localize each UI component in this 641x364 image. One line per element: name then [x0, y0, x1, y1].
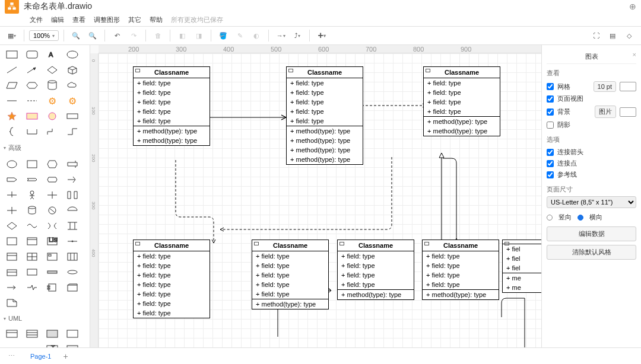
- adv-shape[interactable]: [23, 234, 42, 248]
- uml-class[interactable]: Classname + field: type+ field: type+ fi…: [337, 240, 414, 300]
- shape-line[interactable]: [2, 63, 21, 77]
- section-advanced[interactable]: ▾高级: [0, 141, 90, 155]
- adv-shape[interactable]: [2, 250, 21, 264]
- redo-icon[interactable]: ↷: [126, 28, 141, 43]
- adv-shape[interactable]: [63, 203, 82, 218]
- adv-shape[interactable]: [43, 250, 62, 264]
- adv-shape[interactable]: [23, 250, 42, 264]
- delete-icon[interactable]: 🗑: [151, 28, 165, 43]
- adv-shape[interactable]: [2, 188, 21, 202]
- canvas[interactable]: Classname + field: type+ field: type+ fi…: [99, 53, 541, 347]
- shape-dashed[interactable]: [23, 94, 42, 108]
- menu-help[interactable]: 帮助: [150, 15, 163, 24]
- adv-shape[interactable]: [63, 250, 82, 264]
- uml-shape[interactable]: [23, 327, 42, 341]
- shape-rect[interactable]: [2, 47, 21, 62]
- uml-shape[interactable]: [23, 342, 42, 347]
- shadow-icon[interactable]: ◐: [249, 28, 264, 43]
- adv-shape[interactable]: [2, 296, 21, 310]
- arrows-checkbox[interactable]: [547, 149, 554, 156]
- connection-icon[interactable]: →▾: [274, 28, 288, 43]
- shape-gear1[interactable]: ⚙: [43, 94, 62, 108]
- shape-elbow[interactable]: [63, 124, 82, 139]
- menu-adjust[interactable]: 调整图形: [94, 15, 120, 24]
- to-back-icon[interactable]: ◨: [192, 28, 206, 43]
- adv-shape[interactable]: [2, 203, 21, 218]
- shape-cube[interactable]: [63, 63, 82, 77]
- shape-hexagon[interactable]: [23, 78, 42, 92]
- adv-shape[interactable]: [23, 280, 42, 295]
- sidebar-toggle-icon[interactable]: ▦▾: [5, 28, 19, 43]
- language-icon[interactable]: ⊕: [629, 2, 636, 11]
- adv-shape[interactable]: [2, 265, 21, 279]
- uml-class[interactable]: Classname + field: type+ field: type+ fi…: [252, 240, 329, 309]
- adv-shape[interactable]: [63, 234, 82, 248]
- shape-cylinder[interactable]: [43, 78, 62, 92]
- fill-color-icon[interactable]: 🪣: [216, 28, 230, 43]
- uml-class[interactable]: Classname + field: type+ field: type+ fi…: [133, 66, 210, 146]
- uml-class[interactable]: Classname + field: type+ field: type+ fi…: [422, 240, 499, 300]
- close-icon[interactable]: ×: [633, 51, 636, 58]
- adv-shape[interactable]: [63, 219, 82, 233]
- zoom-select[interactable]: 100%▾: [29, 30, 59, 41]
- document-title[interactable]: 未命名表单.drawio: [24, 1, 92, 12]
- adv-shape[interactable]: [23, 157, 42, 171]
- adv-shape[interactable]: [2, 234, 21, 248]
- adv-shape[interactable]: [23, 203, 42, 218]
- adv-shape[interactable]: [23, 173, 42, 187]
- adv-shape[interactable]: [23, 265, 42, 279]
- adv-shape[interactable]: [43, 188, 62, 202]
- section-uml[interactable]: ▾UML: [0, 312, 90, 324]
- uml-shape[interactable]: [2, 342, 21, 347]
- uml-shape[interactable]: [2, 327, 21, 341]
- shape-databar[interactable]: [63, 109, 82, 123]
- bg-color-swatch[interactable]: [620, 107, 636, 117]
- uml-class[interactable]: Classname + field: type+ field: type+ fi…: [423, 66, 500, 136]
- uml-shape[interactable]: [63, 342, 82, 347]
- adv-shape[interactable]: [2, 173, 21, 187]
- edit-data-button[interactable]: 编辑数据: [547, 226, 636, 241]
- uml-shape[interactable]: [43, 327, 62, 341]
- adv-shape[interactable]: [63, 265, 82, 279]
- background-checkbox[interactable]: [547, 108, 554, 116]
- to-front-icon[interactable]: ◧: [175, 28, 189, 43]
- menu-view[interactable]: 查看: [72, 15, 85, 24]
- adv-shape[interactable]: [43, 219, 62, 233]
- insert-icon[interactable]: +▾: [315, 28, 329, 43]
- menu-edit[interactable]: 编辑: [51, 15, 64, 24]
- shape-curly[interactable]: [2, 124, 21, 139]
- shape-and[interactable]: [43, 109, 62, 123]
- shape-diamond[interactable]: [43, 63, 62, 77]
- shape-gear2[interactable]: ⚙: [63, 94, 82, 108]
- shadow-checkbox[interactable]: [547, 122, 554, 129]
- adv-shape[interactable]: [2, 157, 21, 171]
- portrait-radio[interactable]: [547, 215, 553, 221]
- adv-shape[interactable]: [63, 280, 82, 295]
- paper-size-select[interactable]: US-Letter (8,5" x 11"): [547, 196, 636, 208]
- adv-shape[interactable]: [43, 157, 62, 171]
- grid-color-swatch[interactable]: [620, 82, 636, 91]
- fullscreen-icon[interactable]: ⛶: [589, 28, 603, 43]
- adv-shape[interactable]: [63, 157, 82, 171]
- adv-shape[interactable]: [23, 188, 42, 202]
- adv-shape[interactable]: List: [43, 234, 62, 248]
- menu-other[interactable]: 其它: [128, 15, 141, 24]
- adv-shape[interactable]: [43, 265, 62, 279]
- adv-shape[interactable]: [63, 188, 82, 202]
- undo-icon[interactable]: ↶: [110, 28, 124, 43]
- shape-ellipse[interactable]: [63, 47, 82, 62]
- clear-style-button[interactable]: 清除默认风格: [547, 245, 636, 260]
- shape-star[interactable]: [2, 109, 21, 123]
- shape-rounded[interactable]: [23, 47, 42, 62]
- line-color-icon[interactable]: ✎: [233, 28, 247, 43]
- tabs-menu-icon[interactable]: ⋯: [5, 352, 18, 360]
- zoom-in-icon[interactable]: 🔍: [69, 28, 83, 43]
- add-page-icon[interactable]: +: [63, 352, 68, 361]
- shape-bracket[interactable]: [23, 124, 42, 139]
- grid-checkbox[interactable]: [547, 83, 554, 90]
- guides-checkbox[interactable]: [547, 171, 554, 178]
- uml-shape[interactable]: [63, 327, 82, 341]
- page-tab[interactable]: Page-1: [23, 350, 58, 362]
- format-panel-icon[interactable]: ▤: [605, 28, 620, 43]
- uml-class[interactable]: Classname + field: type+ field: type+ fi…: [133, 240, 210, 318]
